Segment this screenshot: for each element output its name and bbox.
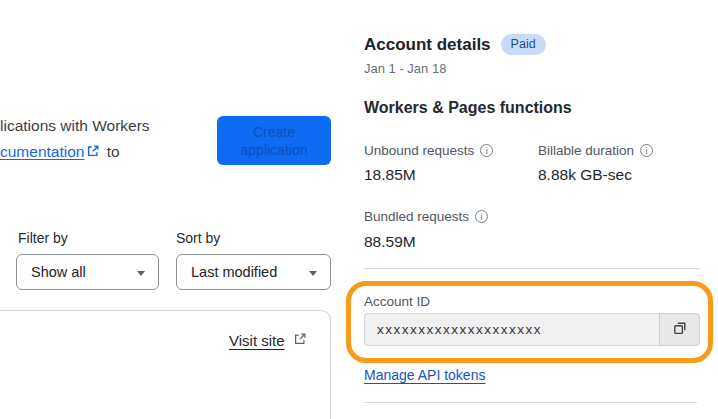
stat-label-text: Unbound requests	[364, 143, 474, 158]
application-card	[0, 310, 331, 419]
info-icon[interactable]	[475, 210, 488, 223]
date-range: Jan 1 - Jan 18	[364, 61, 446, 76]
divider	[364, 402, 697, 403]
page-title: Account details	[364, 35, 491, 55]
account-details-header: Account details Paid	[364, 34, 546, 55]
sort-dropdown[interactable]: Last modified	[176, 254, 331, 290]
account-id-input[interactable]	[364, 313, 659, 346]
create-button-line1: Create	[253, 123, 295, 141]
account-id-label: Account ID	[364, 294, 430, 309]
copy-icon	[672, 320, 688, 339]
info-icon[interactable]	[480, 144, 493, 157]
external-link-icon	[293, 332, 307, 349]
stat-label-text: Billable duration	[538, 143, 634, 158]
section-title: Workers & Pages functions	[364, 99, 572, 117]
create-application-button[interactable]: Create application	[217, 116, 331, 165]
intro-line-1-text: lications with Workers	[0, 117, 150, 134]
intro-text: lications with Workers cumentation to	[0, 113, 150, 166]
stat-label-text: Bundled requests	[364, 209, 469, 224]
sort-by-label: Sort by	[176, 230, 220, 246]
info-icon[interactable]	[640, 144, 653, 157]
create-button-line2: application	[241, 141, 308, 159]
account-id-field-group	[364, 313, 700, 346]
copy-button[interactable]	[659, 313, 700, 346]
filter-dropdown[interactable]: Show all	[16, 254, 159, 290]
billable-duration-value: 8.88k GB-sec	[538, 166, 632, 184]
bundled-requests-value: 88.59M	[364, 233, 416, 251]
bundled-requests-label: Bundled requests	[364, 209, 488, 224]
unbound-requests-value: 18.85M	[364, 166, 416, 184]
divider	[364, 268, 700, 269]
documentation-link[interactable]: cumentation	[0, 143, 84, 160]
intro-suffix: to	[107, 143, 120, 160]
sort-dropdown-value: Last modified	[191, 264, 277, 280]
intro-line-1: lications with Workers	[0, 113, 150, 139]
filter-by-label: Filter by	[18, 230, 68, 246]
external-link-icon	[86, 140, 100, 166]
paid-status-badge: Paid	[501, 34, 546, 55]
manage-api-tokens-link[interactable]: Manage API tokens	[364, 367, 485, 383]
visit-site-label: Visit site	[229, 332, 285, 349]
intro-line-2: cumentation to	[0, 139, 150, 166]
chevron-down-icon	[137, 271, 145, 276]
billable-duration-label: Billable duration	[538, 143, 653, 158]
unbound-requests-label: Unbound requests	[364, 143, 493, 158]
visit-site-link[interactable]: Visit site	[229, 332, 309, 349]
chevron-down-icon	[309, 271, 317, 276]
filter-dropdown-value: Show all	[31, 264, 86, 280]
